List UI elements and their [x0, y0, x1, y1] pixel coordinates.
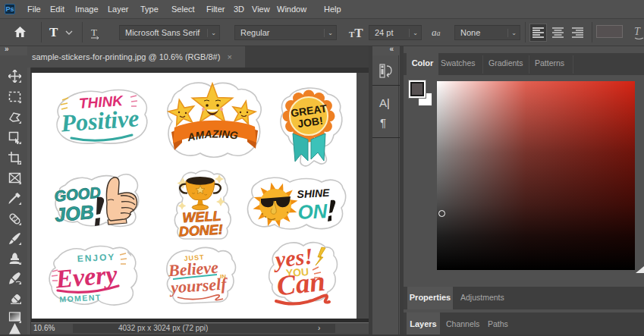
svg-text:T: T [634, 26, 641, 37]
svg-text:SHINE: SHINE [297, 187, 330, 200]
svg-text:Can: Can [275, 265, 327, 301]
svg-text:T: T [91, 27, 97, 38]
svg-text:DONE!: DONE! [178, 222, 223, 240]
svg-text:JOB: JOB [54, 201, 95, 225]
svg-text:Positive: Positive [59, 104, 140, 137]
svg-text:ON: ON [297, 199, 329, 224]
